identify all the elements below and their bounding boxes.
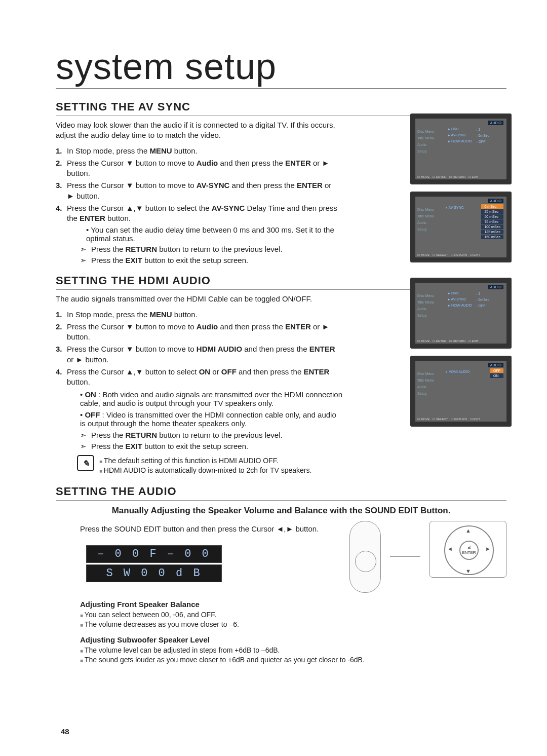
- arrow-prompt-icon: ➣: [80, 245, 91, 254]
- step: 4.Press the Cursor ▲,▼ button to select …: [56, 367, 339, 388]
- osd-header: AUDIO: [488, 121, 503, 125]
- osd-options: OFFON: [490, 368, 503, 379]
- dpad-illustration: ⏎ENTER ▲ ▼ ◄ ►: [429, 521, 506, 578]
- audio-press: Press the SOUND EDIT button and then pre…: [80, 524, 340, 534]
- osd-screen: AUDIODisc MenuTitle MenuAudioSetup▸ DRC:…: [410, 278, 512, 349]
- osd-left-menu: Disc MenuTitle MenuAudioSetup: [417, 205, 434, 234]
- osd-values: ▸ DRC: 2▸ AV-SYNC: 0mSec▸ HDMI AUDIO: OF…: [446, 290, 492, 309]
- front-balance-title: Adjusting Front Speaker Balance: [80, 600, 506, 609]
- osd-header: AUDIO: [488, 199, 503, 203]
- osd-options: 0 mSec25 mSec50 mSec75 mSec100 mSec125 m…: [481, 204, 503, 240]
- note-line: The volume level can be adjusted in step…: [80, 646, 506, 654]
- bullet: • You can set the audio delay time betwe…: [86, 225, 349, 243]
- page-number: 48: [61, 727, 69, 736]
- lcd-row-1: – 0 0 F – 0 0: [86, 545, 222, 563]
- step: 3.Press the Cursor ▼ button to move to H…: [56, 344, 339, 365]
- step: 3.Press the Cursor ▼ button to move to A…: [56, 180, 339, 201]
- arrow-line: ➣Press the EXIT button to exit the setup…: [80, 256, 343, 265]
- osd-footer: MOVESELECTRETURNEXIT: [417, 253, 504, 256]
- arrow-line: ➣Press the RETURN button to return to th…: [80, 245, 343, 254]
- enter-icon: ⏎: [467, 546, 471, 550]
- step: 2.Press the Cursor ▼ button to move to A…: [56, 322, 339, 343]
- arrow-line: ➣Press the EXIT button to exit the setup…: [80, 442, 343, 451]
- step: 2.Press the Cursor ▼ button to move to A…: [56, 158, 339, 179]
- osd-footer: MOVEENTERRETURNEXIT: [417, 175, 504, 178]
- page-title: system setup: [56, 46, 506, 89]
- note-line: The sound gets louder as you move closer…: [80, 656, 506, 664]
- osd-label: ▸ HDMI AUDIO: [446, 370, 470, 374]
- arrow-right-icon: ►: [485, 546, 491, 552]
- osd-left-menu: Disc MenuTitle MenuAudioSetup: [417, 369, 434, 398]
- osd-header: AUDIO: [488, 285, 503, 289]
- step: 1.In Stop mode, press the MENU button.: [56, 310, 339, 320]
- note-line: The default setting of this function is …: [99, 457, 311, 465]
- avsync-intro: Video may look slower than the audio if …: [56, 120, 339, 141]
- subwoofer-title: Adjusting Subwoofer Speaker Level: [80, 635, 506, 644]
- osd-footer: MOVEENTERRETURNEXIT: [417, 339, 504, 343]
- hdmi-intro: The audio signals transmitted over the H…: [56, 294, 339, 304]
- note-line: The volume decreases as you move closer …: [80, 620, 506, 628]
- hdmi-screenshots: AUDIODisc MenuTitle MenuAudioSetup▸ DRC:…: [410, 278, 512, 427]
- arrow-down-icon: ▼: [465, 568, 471, 574]
- dpad-center-label: ENTER: [462, 550, 476, 555]
- audio-subtitle: Manually Adjusting the Speaker Volume an…: [56, 506, 506, 516]
- osd-left-menu: Disc MenuTitle MenuAudioSetup: [417, 127, 434, 156]
- arrow-line: ➣Press the RETURN button to return to th…: [80, 431, 343, 440]
- step: 1.In Stop mode, press the MENU button.: [56, 146, 339, 156]
- osd-left-menu: Disc MenuTitle MenuAudioSetup: [417, 291, 434, 320]
- note-line: HDMI AUDIO is automatically down-mixed t…: [99, 466, 311, 474]
- arrow-prompt-icon: ➣: [80, 442, 91, 451]
- osd-label: ▸ AV-SYNC: [446, 206, 464, 210]
- arrow-prompt-icon: ➣: [80, 431, 91, 440]
- osd-screen: AUDIODisc MenuTitle MenuAudioSetup▸ DRC:…: [410, 114, 512, 184]
- lcd-row-2: S W 0 0 d B: [86, 564, 222, 582]
- osd-screen: AUDIODisc MenuTitle MenuAudioSetup▸ HDMI…: [410, 356, 512, 427]
- note-line: You can select between 00, -06, and OFF.: [80, 611, 506, 619]
- arrow-left-icon: ◄: [447, 546, 453, 552]
- lcd-display: – 0 0 F – 0 0 S W 0 0 d B: [86, 544, 222, 584]
- onoff-line: • ON : Both video and audio signals are …: [80, 390, 343, 407]
- osd-header: AUDIO: [488, 363, 503, 367]
- osd-values: ▸ DRC: 2▸ AV-SYNC: 0mSec▸ HDMI AUDIO: OF…: [446, 126, 492, 145]
- onoff-line: • OFF : Video is transmitted over the HD…: [80, 410, 343, 428]
- osd-screen: AUDIODisc MenuTitle MenuAudioSetup▸ AV-S…: [410, 192, 512, 262]
- heading-audio: SETTING THE AUDIO: [56, 485, 506, 501]
- note-icon: ✎: [77, 455, 94, 471]
- arrow-prompt-icon: ➣: [80, 256, 91, 265]
- avsync-screenshots: AUDIODisc MenuTitle MenuAudioSetup▸ DRC:…: [410, 114, 512, 262]
- arrow-up-icon: ▲: [465, 527, 471, 534]
- osd-footer: MOVESELECTRETURNEXIT: [417, 417, 504, 421]
- remote-control-illustration: [349, 521, 381, 593]
- step: 4.Press the Cursor ▲,▼ button to select …: [56, 203, 339, 224]
